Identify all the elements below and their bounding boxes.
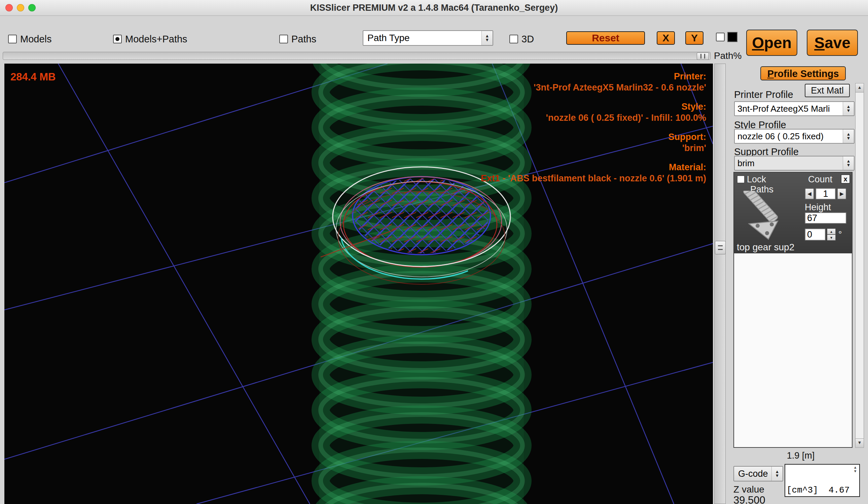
panel-scrollbar[interactable]: ▲ ▼ <box>855 83 864 448</box>
model-name: top gear sup2 <box>737 242 794 253</box>
remove-model-button[interactable]: x <box>841 174 850 184</box>
count-increment-button[interactable]: ▶ <box>837 188 846 199</box>
close-window-button[interactable] <box>6 4 13 11</box>
dropdown-arrows-icon: ▲▼ <box>843 156 854 170</box>
count-label: Count <box>808 174 832 185</box>
path-type-select[interactable]: Path Type ▲▼ <box>363 30 493 46</box>
lock-paths-checkbox[interactable] <box>737 175 745 183</box>
filament-length: 1.9 [m] <box>764 451 838 461</box>
z-value: 39.500 <box>733 494 765 504</box>
path-color-swatch[interactable] <box>727 32 737 42</box>
printer-profile-value: 3nt-Prof AzteegX5 Marli <box>735 104 843 114</box>
slider-grip-icon <box>701 54 705 59</box>
rotation-stepper: ▲ ▼ <box>827 228 836 240</box>
models-paths-checkbox[interactable] <box>113 35 122 43</box>
models-checkbox-label: Models <box>20 34 52 45</box>
profile-settings-button[interactable]: Profile Settings <box>760 66 846 80</box>
rotation-down-button[interactable]: ▼ <box>827 235 836 240</box>
hud-style-label: Style: <box>481 101 706 112</box>
layer-slider[interactable] <box>714 64 726 504</box>
models-checkbox[interactable] <box>8 35 17 43</box>
hud-printer-label: Printer: <box>481 71 706 82</box>
right-arrow-icon: ▶ <box>840 191 844 197</box>
viewport-3d[interactable]: 284.4 MB Printer: '3nt-Prof AzteegX5 Mar… <box>4 64 713 504</box>
checked-dot-icon <box>115 37 120 41</box>
path-pct-checkbox[interactable] <box>716 33 725 41</box>
hud-support-label: Support: <box>481 132 706 143</box>
path-pct-label: Path% <box>714 50 742 61</box>
left-arrow-icon: ◀ <box>807 191 812 197</box>
titlebar: KISSlicer PREMIUM v2 a 1.4.8 Mac64 (Tara… <box>0 0 868 16</box>
style-profile-value: nozzle 06 ( 0.25 fixed) <box>735 131 843 142</box>
dropdown-arrows-icon: ▲▼ <box>482 31 493 45</box>
window-title: KISSlicer PREMIUM v2 a 1.4.8 Mac64 (Tara… <box>0 0 868 16</box>
support-profile-value: brim <box>735 158 843 168</box>
hud-printer-value: '3nt-Prof AzteegX5 Marlin32 - 0.6 nozzle… <box>481 82 706 93</box>
printer-profile-select[interactable]: 3nt-Prof AzteegX5 Marli ▲▼ <box>734 101 855 116</box>
count-decrement-button[interactable]: ◀ <box>805 188 814 199</box>
degree-label: ° <box>838 229 842 239</box>
rotation-input[interactable] <box>805 228 826 240</box>
hud-style-value: 'nozzle 06 ( 0.25 fixed)' - Infill: 100.… <box>481 112 706 123</box>
app-window: KISSlicer PREMIUM v2 a 1.4.8 Mac64 (Tara… <box>0 0 868 504</box>
count-input[interactable] <box>816 188 836 199</box>
path-position-slider-handle[interactable] <box>697 52 709 60</box>
path-position-slider[interactable] <box>3 52 711 60</box>
layer-slider-handle[interactable] <box>715 241 726 254</box>
dropdown-arrows-icon: ▲▼ <box>843 130 854 143</box>
gcode-value: G-code <box>734 469 772 479</box>
gcode-select[interactable]: G-code ▲▼ <box>733 466 783 482</box>
hud-material-value: Ext1 - 'ABS bestfilament black - nozzle … <box>481 173 706 184</box>
model-thumbnail <box>739 191 794 242</box>
slider-grip-icon <box>718 245 723 250</box>
y-axis-button[interactable]: Y <box>685 31 703 45</box>
save-button[interactable]: Save <box>807 30 858 56</box>
memory-indicator: 284.4 MB <box>10 71 55 83</box>
hud-material-rest: - 'ABS bestfilament black - nozzle 0.6' … <box>500 173 706 183</box>
models-paths-checkbox-label: Models+Paths <box>125 34 187 45</box>
model-item[interactable]: Lock Paths Count x ◀ ▶ Height ▲ ▼ ° <box>734 173 852 253</box>
printer-profile-label: Printer Profile <box>734 89 793 100</box>
scroll-up-button[interactable]: ▲ <box>855 83 864 93</box>
3d-checkbox[interactable] <box>509 35 518 43</box>
settings-panel: Profile Settings Printer Profile Ext Mat… <box>727 64 868 504</box>
open-button[interactable]: Open <box>746 30 797 56</box>
z-value-label: Z value <box>733 484 764 495</box>
stat-volume: [cm^3] 4.67 <box>787 485 849 495</box>
reset-button[interactable]: Reset <box>566 31 645 45</box>
hud-material-label: Material: <box>481 162 706 173</box>
lock-label: Lock <box>747 174 766 185</box>
paths-checkbox[interactable] <box>279 35 288 43</box>
models-list: Lock Paths Count x ◀ ▶ Height ▲ ▼ ° <box>733 172 852 448</box>
path-type-value: Path Type <box>363 33 482 43</box>
minimize-window-button[interactable] <box>17 4 24 11</box>
height-label: Height <box>805 202 831 213</box>
hud-support-value: 'brim' <box>481 143 706 154</box>
stats-stepper[interactable]: ▲▼ <box>852 466 859 473</box>
3d-checkbox-label: 3D <box>521 34 534 45</box>
rotation-up-button[interactable]: ▲ <box>827 228 836 235</box>
support-profile-select[interactable]: brim ▲▼ <box>734 156 855 171</box>
zoom-window-button[interactable] <box>28 4 36 11</box>
paths-checkbox-label: Paths <box>291 34 316 45</box>
style-profile-select[interactable]: nozzle 06 ( 0.25 fixed) ▲▼ <box>734 129 855 144</box>
hud-info: Printer: '3nt-Prof AzteegX5 Marlin32 - 0… <box>481 71 706 184</box>
dropdown-arrows-icon: ▲▼ <box>843 102 854 115</box>
dropdown-arrows-icon: ▲▼ <box>772 467 783 481</box>
ext-matl-button[interactable]: Ext Matl <box>805 84 850 97</box>
hud-material-ext: Ext1 <box>481 173 500 183</box>
scroll-down-button[interactable]: ▼ <box>855 439 864 448</box>
height-input[interactable] <box>805 212 846 224</box>
stats-box: [cm^3] 4.67 [$] 62.09 [HH:MM] 1:08.7 ▲▼ <box>785 464 860 497</box>
x-axis-button[interactable]: X <box>657 31 675 45</box>
